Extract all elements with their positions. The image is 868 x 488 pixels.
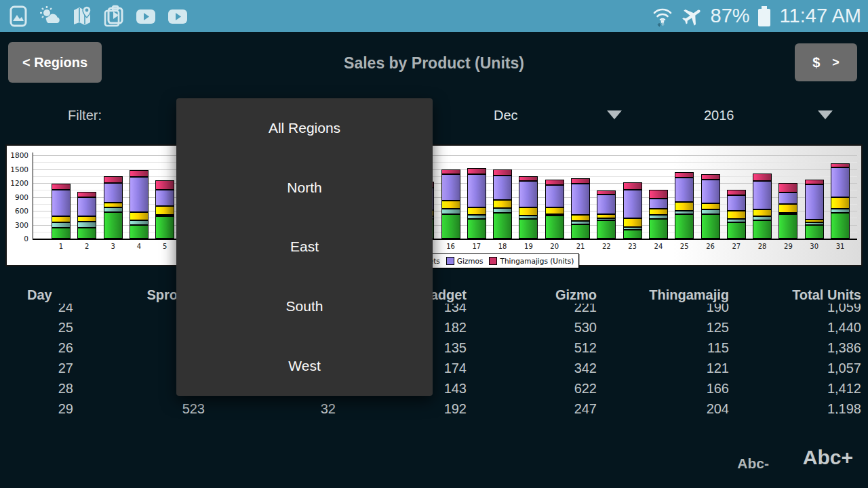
bar-segment-gizmos [545,185,564,207]
bar-segment-gizmos [441,174,460,201]
bar-segment-gadgets [545,207,564,214]
bar-segment-widgets [467,215,486,219]
y-axis-tick-label: 1200 [8,179,28,187]
battery-percent: 87% [711,5,750,27]
bar-segment-gizmos [649,199,668,209]
weather-icon [39,5,62,28]
wifi-icon [651,5,674,28]
table-header-total-units: Total Units [729,281,861,308]
bar-segment-widgets [441,209,460,214]
bar-segment-gizmos [805,184,824,220]
table-cell: 530 [467,317,597,338]
year-dropdown-value[interactable]: 2016 [704,108,734,123]
page-title: Sales by Product (Units) [0,54,868,73]
table-header-gizmo: Gizmo [467,281,597,308]
font-smaller-button[interactable]: Abc- [724,455,769,472]
table-cell: 204 [597,399,729,414]
bar-segment-widgets [155,215,174,216]
bar-segment-sprockets [545,216,564,239]
table-cell: 1,440 [729,317,861,338]
table-cell: 25 [0,317,73,338]
system-status-icons: 87% 11:47 AM [651,5,861,28]
table-cell: 125 [597,317,729,338]
bar-segment-sprockets [519,219,538,239]
popup-item-south[interactable]: South [176,277,433,336]
font-larger-button[interactable]: Abc+ [791,446,853,469]
bar-segment-gadgets [130,212,149,220]
popup-item-north[interactable]: North [176,158,433,218]
bar-segment-thingamajigs [467,168,486,174]
legend-label: Gizmos [457,257,484,265]
bar-segment-widgets [519,216,538,219]
popup-item-all-regions[interactable]: All Regions [176,98,433,158]
x-axis-tick-label: 20 [545,243,565,250]
bar-segment-widgets [77,222,96,228]
bar-segment-widgets [675,211,694,214]
bar-segment-gadgets [727,211,746,219]
bar-segment-gizmos [675,178,694,202]
bar-segment-gadgets [597,214,616,218]
bar-segment-sprockets [753,220,772,239]
bar-segment-gizmos [727,195,746,211]
play-icon [166,5,189,28]
y-axis-tick-label: 1800 [8,151,28,159]
bar-segment-gizmos [571,184,590,215]
bar-segment-thingamajigs [831,163,850,167]
bar-segment-gizmos [831,167,850,197]
x-axis-tick-label: 28 [752,243,772,250]
table-cell: 1,386 [729,338,861,358]
legend-swatch [489,257,497,265]
bar-segment-sprockets [571,224,590,239]
popup-item-west[interactable]: West [176,336,433,396]
bar-segment-gadgets [623,218,642,227]
x-axis-tick-label: 25 [674,243,694,250]
x-axis-tick-label: 31 [830,243,850,250]
bar-segment-thingamajigs [104,176,123,183]
month-dropdown-value[interactable]: Dec [494,108,518,123]
bar-segment-widgets [571,221,590,224]
table-cell: 115 [597,338,729,358]
bar-segment-gadgets [441,201,460,209]
y-axis-tick-label: 900 [8,193,28,201]
bar-segment-sprockets [778,214,797,239]
x-axis-tick-label: 22 [596,243,616,250]
table-cell: 247 [467,399,597,414]
bar-segment-gadgets [104,203,123,207]
popup-item-east[interactable]: East [176,218,433,277]
bar-segment-gadgets [77,216,96,222]
bar-segment-thingamajigs [545,180,564,185]
table-row: 25520831825301251,440 [0,317,868,338]
x-axis-tick-label: 4 [129,243,149,250]
table-cell: 166 [597,378,729,399]
bar-segment-thingamajigs [130,170,149,177]
x-axis-tick-label: 18 [492,243,513,250]
maps-icon [71,5,94,28]
currency-toggle-button[interactable]: $ > [795,43,857,81]
bar-segment-sprockets [701,214,720,239]
dollar-label: $ [812,55,820,70]
bar-segment-sprockets [467,219,486,239]
table-cell: 342 [467,358,597,378]
bar-segment-gizmos [753,181,772,209]
year-dropdown-arrow-icon[interactable] [818,110,833,119]
status-bar: 87% 11:47 AM [0,0,868,32]
table-cell: 28 [0,378,73,399]
x-axis-tick-label: 19 [518,243,538,250]
bar-segment-thingamajigs [441,169,460,174]
month-dropdown-arrow-icon[interactable] [607,110,622,119]
bar-segment-gizmos [778,192,797,204]
bar-segment-gizmos [77,197,96,216]
table-header-day: Day [0,281,73,308]
legend-label: Thingamajigs (Units) [500,257,574,265]
table-cell: 1,412 [729,378,861,399]
filter-label: Filter: [68,108,102,123]
bar-segment-widgets [727,219,746,222]
bar-segment-thingamajigs [727,190,746,195]
bar-segment-widgets [545,214,564,216]
region-popup: All RegionsNorthEastSouthWest [176,98,433,396]
notification-icons [7,5,189,28]
y-axis-tick-label: 600 [8,207,28,215]
table-row: 28400811436221661,412 [0,378,868,399]
chevron-right-icon: > [832,56,840,70]
bar-segment-widgets [649,215,668,219]
